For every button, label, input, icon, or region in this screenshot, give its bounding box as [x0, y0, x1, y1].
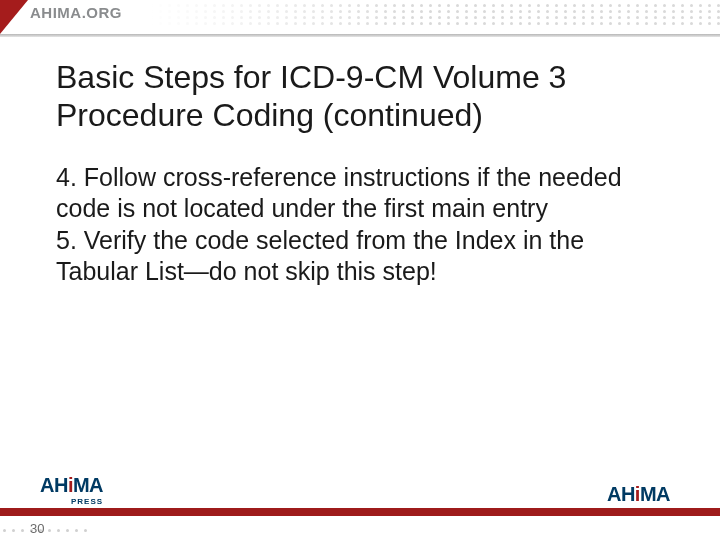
logo-text-rest: MA — [640, 483, 670, 505]
bullet-5: 5. Verify the code selected from the Ind… — [56, 225, 660, 286]
decorative-dots-top: // generate top dot rows after data bind… — [150, 2, 720, 30]
top-corner-accent — [0, 0, 28, 34]
footer-red-bar — [0, 508, 720, 516]
slide-title: Basic Steps for ICD-9-CM Volume 3 Proced… — [56, 58, 670, 135]
bullet-4: 4. Follow cross-reference instructions i… — [56, 162, 660, 223]
site-brand: AHIMA.ORG — [30, 4, 122, 21]
decorative-dots-bottom — [0, 518, 90, 540]
logo-text: AH — [607, 483, 635, 505]
logo-text-rest: MA — [73, 474, 103, 496]
logo-text: AH — [40, 474, 68, 496]
footer-logo-left: AHiMA PRESS — [40, 474, 103, 506]
page-number: 30 — [30, 521, 44, 536]
footer-logo-right: AHiMA — [607, 483, 670, 506]
slide-body: 4. Follow cross-reference instructions i… — [56, 162, 660, 288]
top-bar: AHIMA.ORG // generate top dot rows after… — [0, 0, 720, 34]
header-divider — [0, 34, 720, 37]
logo-subtext: PRESS — [40, 497, 103, 506]
footer: AHiMA PRESS AHiMA 30 — [0, 462, 720, 540]
